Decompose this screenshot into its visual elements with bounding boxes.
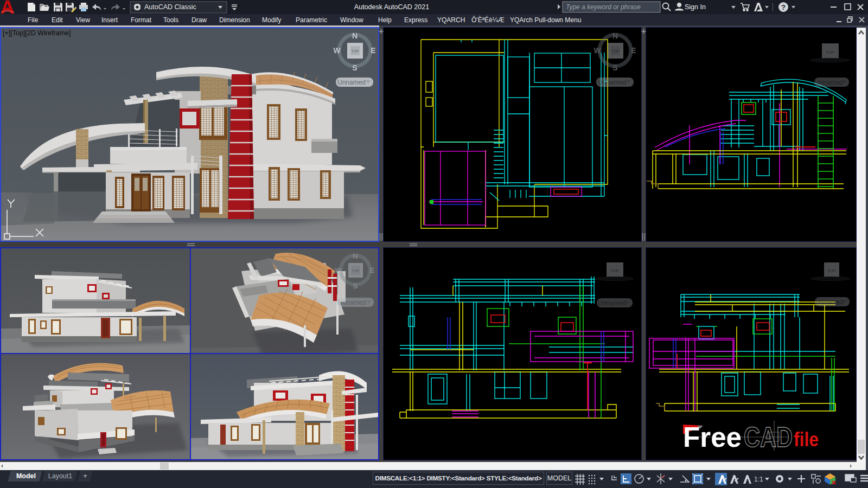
svg-text:TOP: TOP bbox=[610, 268, 619, 273]
svg-text:S: S bbox=[352, 63, 357, 72]
svg-text:Unnamed: Unnamed bbox=[337, 79, 366, 86]
svg-text:Unnamed: Unnamed bbox=[815, 298, 844, 306]
svg-text:TOP: TOP bbox=[611, 49, 620, 53]
svg-text:Unnamed: Unnamed bbox=[598, 79, 626, 86]
svg-text:W: W bbox=[335, 266, 342, 274]
svg-text:TOP: TOP bbox=[827, 268, 836, 273]
svg-text:S: S bbox=[353, 282, 358, 290]
svg-text:N: N bbox=[352, 31, 358, 40]
svg-text:[+][Top][2D Wireframe]: [+][Top][2D Wireframe] bbox=[3, 29, 71, 37]
svg-text:Unnamed: Unnamed bbox=[815, 79, 843, 86]
svg-text:E: E bbox=[371, 46, 375, 55]
svg-text:E: E bbox=[370, 266, 375, 274]
svg-text:?: ? bbox=[781, 3, 786, 11]
svg-text:W: W bbox=[593, 46, 601, 55]
svg-text:E: E bbox=[631, 46, 636, 55]
svg-text:Unnamed: Unnamed bbox=[598, 299, 626, 307]
svg-text:TOP: TOP bbox=[826, 50, 834, 55]
svg-text:TOP: TOP bbox=[351, 49, 359, 53]
svg-text:CAD: CAD bbox=[744, 421, 793, 453]
svg-text:N: N bbox=[612, 31, 618, 40]
svg-text:file: file bbox=[794, 428, 819, 451]
svg-text:N: N bbox=[353, 252, 358, 260]
svg-text:1:1: 1:1 bbox=[754, 476, 763, 483]
svg-text:Unnamed: Unnamed bbox=[338, 299, 366, 306]
svg-text:TOP: TOP bbox=[352, 269, 360, 273]
svg-text:W: W bbox=[333, 46, 341, 55]
svg-text:S: S bbox=[612, 63, 617, 72]
svg-text:Free: Free bbox=[683, 421, 742, 453]
